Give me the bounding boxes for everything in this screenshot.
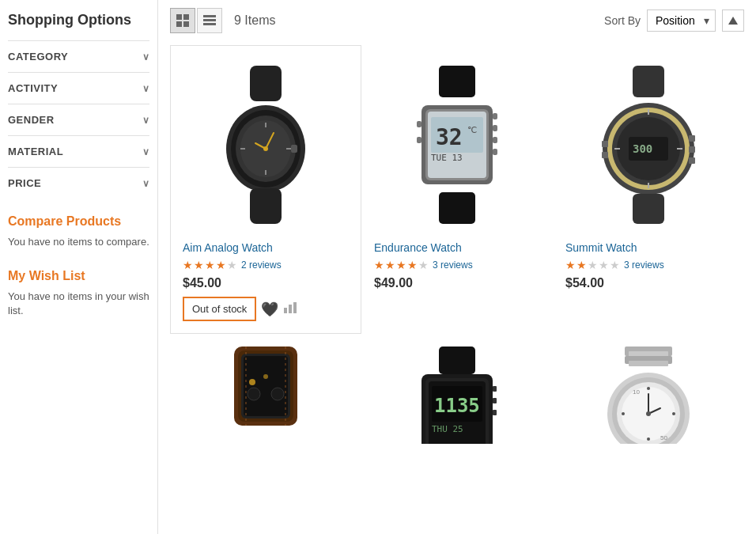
svg-rect-21 xyxy=(250,188,282,224)
svg-rect-47 xyxy=(689,135,695,142)
compare-icon[interactable] xyxy=(283,300,297,318)
svg-point-91 xyxy=(646,411,651,416)
svg-rect-22 xyxy=(284,308,287,313)
reviews-link-summit-watch[interactable]: 3 reviews xyxy=(624,259,664,271)
svg-point-61 xyxy=(249,379,255,385)
product-name-summit-watch[interactable]: Summit Watch xyxy=(565,241,731,254)
stars-row-summit-watch: ★ ★ ★ ★ ★ 3 reviews xyxy=(565,259,731,271)
grid-icon xyxy=(176,14,189,27)
svg-rect-24 xyxy=(293,302,297,313)
filter-gender-header[interactable]: GENDER ∨ xyxy=(8,104,149,135)
compare-text: You have no items to compare. xyxy=(8,235,149,249)
filter-category-header[interactable]: CATEGORY ∨ xyxy=(8,41,149,72)
view-buttons xyxy=(170,8,222,33)
grid-view-button[interactable] xyxy=(170,8,195,33)
svg-text:℃: ℃ xyxy=(467,125,477,135)
filter-material: MATERIAL ∨ xyxy=(8,135,149,167)
svg-rect-1 xyxy=(183,14,189,20)
svg-rect-3 xyxy=(183,21,189,27)
filter-activity-label: ACTIVITY xyxy=(8,82,58,94)
sort-asc-button[interactable] xyxy=(722,9,744,32)
reviews-link-endurance-watch[interactable]: 3 reviews xyxy=(433,259,473,271)
filter-material-chevron: ∨ xyxy=(142,146,150,157)
svg-point-88 xyxy=(672,412,675,415)
filter-material-label: MATERIAL xyxy=(8,146,63,157)
sort-select-wrapper: Position Name Price xyxy=(647,9,716,32)
svg-rect-5 xyxy=(203,19,216,21)
svg-point-87 xyxy=(622,412,625,415)
svg-point-86 xyxy=(647,437,650,441)
wishlist-section: My Wish List You have no items in your w… xyxy=(8,269,149,318)
stars-endurance-watch: ★ ★ ★ ★ ★ xyxy=(374,259,429,271)
star-4: ★ xyxy=(216,259,226,271)
sort-section: Sort By Position Name Price xyxy=(604,9,744,32)
svg-text:300: 300 xyxy=(633,142,652,155)
svg-rect-36 xyxy=(493,149,497,155)
filter-price-header[interactable]: PRICE ∨ xyxy=(8,168,149,199)
price-summit-watch: $54.00 xyxy=(565,276,731,290)
items-count: 9 Items xyxy=(234,13,275,28)
product-image-watch-6: 10 50 xyxy=(565,347,731,445)
svg-rect-49 xyxy=(689,157,695,164)
svg-rect-35 xyxy=(493,137,497,143)
svg-text:50: 50 xyxy=(660,434,667,441)
product-image-watch-5: 1135 THU 25 xyxy=(374,347,540,445)
svg-rect-23 xyxy=(289,305,292,313)
svg-rect-39 xyxy=(439,192,475,224)
svg-point-19 xyxy=(263,146,268,151)
sort-asc-icon xyxy=(728,15,739,26)
svg-rect-37 xyxy=(417,121,421,127)
filter-gender-label: GENDER xyxy=(8,114,55,126)
svg-rect-75 xyxy=(493,398,497,403)
svg-rect-20 xyxy=(291,145,297,153)
toolbar: 9 Items Sort By Position Name Price xyxy=(170,8,744,33)
main-content: 9 Items Sort By Position Name Price xyxy=(158,0,756,534)
product-card-endurance-watch: 32 ℃ TUE 13 Endura xyxy=(361,45,553,334)
svg-rect-40 xyxy=(633,66,664,97)
star-1: ★ xyxy=(183,259,193,271)
star-2: ★ xyxy=(385,259,395,271)
filter-activity-header[interactable]: ACTIVITY ∨ xyxy=(8,73,149,104)
sidebar: Shopping Options CATEGORY ∨ ACTIVITY ∨ xyxy=(0,0,158,534)
filter-category: CATEGORY ∨ xyxy=(8,40,149,72)
filter-material-header[interactable]: MATERIAL ∨ xyxy=(8,136,149,167)
filter-price-label: PRICE xyxy=(8,177,41,189)
wishlist-icon[interactable]: 🖤 xyxy=(261,301,278,318)
svg-point-65 xyxy=(248,388,260,400)
svg-rect-38 xyxy=(417,137,421,143)
svg-rect-33 xyxy=(493,113,497,119)
out-of-stock-button[interactable]: Out of stock xyxy=(183,297,256,321)
stars-aim-analog-watch: ★ ★ ★ ★ ★ xyxy=(183,259,237,271)
watch-4-image xyxy=(206,347,325,445)
svg-point-62 xyxy=(263,374,268,379)
filter-gender: GENDER ∨ xyxy=(8,104,149,135)
product-name-aim-analog-watch[interactable]: Aim Analog Watch xyxy=(183,241,349,254)
products-grid: Aim Analog Watch ★ ★ ★ ★ ★ 2 reviews $45… xyxy=(170,45,744,445)
compare-section: Compare Products You have no items to co… xyxy=(8,214,149,249)
svg-point-66 xyxy=(271,388,284,400)
star-3: ★ xyxy=(396,259,406,271)
filter-activity-chevron: ∨ xyxy=(142,83,150,94)
product-card-aim-analog-watch: Aim Analog Watch ★ ★ ★ ★ ★ 2 reviews $45… xyxy=(170,45,361,334)
filter-category-chevron: ∨ xyxy=(142,51,150,62)
svg-text:32: 32 xyxy=(436,124,463,150)
filter-groups: CATEGORY ∨ ACTIVITY ∨ GENDER ∨ xyxy=(8,40,149,199)
sidebar-title: Shopping Options xyxy=(8,12,149,28)
filter-category-label: CATEGORY xyxy=(8,51,68,62)
svg-rect-80 xyxy=(629,361,668,366)
watch-6-image: 10 50 xyxy=(589,347,708,445)
star-5: ★ xyxy=(227,259,237,271)
product-image-aim-analog-watch xyxy=(183,58,349,232)
stars-row-aim-analog-watch: ★ ★ ★ ★ ★ 2 reviews xyxy=(183,259,349,271)
star-4: ★ xyxy=(407,259,418,271)
svg-rect-2 xyxy=(176,21,182,27)
product-name-endurance-watch[interactable]: Endurance Watch xyxy=(374,241,540,254)
sort-select[interactable]: Position Name Price xyxy=(647,9,716,32)
reviews-link-aim-analog-watch[interactable]: 2 reviews xyxy=(241,259,282,271)
product-actions-aim-analog-watch: Out of stock 🖤 xyxy=(183,297,349,321)
list-view-button[interactable] xyxy=(197,8,222,33)
star-1: ★ xyxy=(374,259,384,271)
product-card-summit-watch: 300 xyxy=(553,45,744,334)
star-5: ★ xyxy=(610,259,620,271)
endurance-watch-image: 32 ℃ TUE 13 xyxy=(398,66,516,224)
